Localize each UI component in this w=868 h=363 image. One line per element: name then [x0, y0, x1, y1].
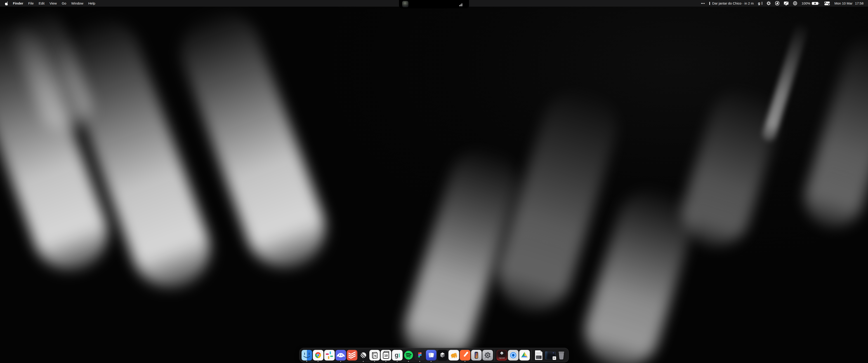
menu-bar-date: Mon 10 Mar — [834, 1, 852, 5]
menu-bar-status: ••• Dar jantar do Chico · in 2 m g — [701, 0, 868, 6]
battery-status[interactable]: 100% — [802, 1, 820, 5]
wallpaper — [0, 0, 868, 363]
sunburst-icon[interactable] — [767, 1, 771, 5]
reminder-menu-item[interactable]: Dar jantar do Chico · in 2 m — [712, 1, 754, 5]
slack-icon — [324, 350, 335, 361]
todoist-icon — [347, 350, 358, 361]
raycast-icon: raycast — [497, 350, 507, 361]
dock-item-minimized-window[interactable]: 11 — [545, 350, 555, 361]
onepassword-app-icon — [508, 350, 519, 361]
menu-bar-left: Finder File Edit View Go Window Help — [0, 0, 98, 6]
dock-item-trash[interactable] — [556, 350, 567, 361]
postman-icon — [460, 350, 470, 361]
dock-item-finder[interactable] — [302, 350, 312, 361]
wallpaper-blade — [576, 178, 701, 363]
page-fold — [540, 350, 542, 352]
menu-window[interactable]: Window — [69, 0, 86, 6]
dock-item-document[interactable] — [533, 350, 544, 361]
dock-item-notion[interactable]: N — [369, 350, 380, 361]
dock-separator — [531, 350, 532, 361]
menu-bar-time: 17:58 — [855, 1, 864, 5]
dock-item-system-settings[interactable] — [483, 350, 493, 361]
dock-item-spotify[interactable] — [403, 350, 414, 361]
dock-item-iphone-mirroring[interactable] — [471, 350, 482, 361]
document-text-lines — [536, 353, 541, 355]
postgres-elephant-icon — [448, 350, 459, 361]
dock-item-discord[interactable] — [336, 350, 346, 361]
finder-icon — [302, 350, 312, 361]
apple-menu[interactable] — [3, 1, 10, 5]
control-center-icon[interactable] — [824, 1, 830, 5]
notion-calendar-icon: 10 — [381, 350, 391, 361]
dock-item-raycast[interactable]: raycast — [497, 350, 507, 361]
display-mirroring-icon[interactable] — [784, 1, 789, 5]
menu-help[interactable]: Help — [86, 0, 98, 6]
grammarly-icon[interactable]: g — [758, 2, 762, 5]
dock-item-slack[interactable] — [324, 350, 335, 361]
document-label-block — [536, 356, 541, 359]
dock-item-grammarly[interactable]: g — [392, 350, 403, 361]
menubar-overflow-icon[interactable]: ••• — [701, 2, 705, 5]
linear-icon — [358, 350, 369, 361]
apple-logo-icon — [5, 1, 8, 5]
battery-percent: 100% — [802, 1, 810, 5]
dock-item-1password[interactable] — [508, 350, 519, 361]
menu-edit[interactable]: Edit — [36, 0, 47, 6]
minimized-window-thumbnail: 11 — [545, 350, 555, 361]
desktop: Finder File Edit View Go Window Help •••… — [0, 0, 868, 363]
menu-bar-clock[interactable]: Mon 10 Mar 17:58 — [834, 1, 864, 5]
battery-charging-icon — [811, 1, 820, 5]
spotify-icon — [403, 350, 414, 361]
dock-item-linear[interactable] — [358, 350, 369, 361]
dock-item-postman[interactable] — [460, 350, 470, 361]
notch-now-playing-widget[interactable] — [399, 0, 469, 8]
album-art-thumbnail[interactable] — [402, 1, 408, 7]
wallpaper-blade — [674, 79, 786, 255]
dock-item-chrome[interactable] — [313, 350, 323, 361]
dock-item-todoist[interactable] — [347, 350, 358, 361]
menu-file[interactable]: File — [26, 0, 36, 6]
notion-icon: N — [369, 350, 380, 361]
figma-icon — [414, 350, 425, 361]
iphone-mirroring-icon — [471, 350, 482, 361]
discord-icon — [336, 350, 346, 361]
dock-item-cube-3d[interactable] — [437, 350, 448, 361]
raycast-label: raycast — [497, 357, 507, 359]
blue-windows-app-icon — [426, 350, 436, 361]
dock-item-notion-calendar[interactable]: 10 — [381, 350, 391, 361]
calendar-day-number: 10 — [384, 354, 388, 357]
cube-3d-app-icon — [437, 350, 448, 361]
wallpaper-blade — [797, 27, 868, 235]
menu-view[interactable]: View — [47, 0, 59, 6]
dock-item-google-drive[interactable] — [519, 350, 530, 361]
svg-text:N: N — [374, 354, 377, 358]
google-drive-icon — [519, 350, 530, 361]
app-menu-finder[interactable]: Finder — [10, 0, 26, 6]
capture-shape-icon[interactable] — [775, 1, 779, 5]
dock-item-postgres[interactable] — [448, 350, 459, 361]
reminder-separator-icon — [709, 2, 710, 5]
wallpaper-blade — [761, 21, 810, 142]
menu-go[interactable]: Go — [59, 0, 69, 6]
document-file-icon — [533, 350, 544, 361]
grammarly-app-icon: g — [392, 350, 403, 361]
onepassword-icon[interactable] — [793, 1, 797, 5]
dock-item-figma[interactable] — [414, 350, 425, 361]
trash-icon — [556, 350, 567, 361]
dock: N 10 g — [299, 348, 569, 362]
system-settings-gear-icon — [483, 350, 493, 361]
audio-bars-icon — [459, 3, 462, 6]
dock-item-screen-app[interactable] — [426, 350, 436, 361]
raycast-diamond-icon — [500, 351, 504, 355]
calendar-badge: 11 — [553, 356, 556, 360]
chrome-icon — [313, 350, 323, 361]
